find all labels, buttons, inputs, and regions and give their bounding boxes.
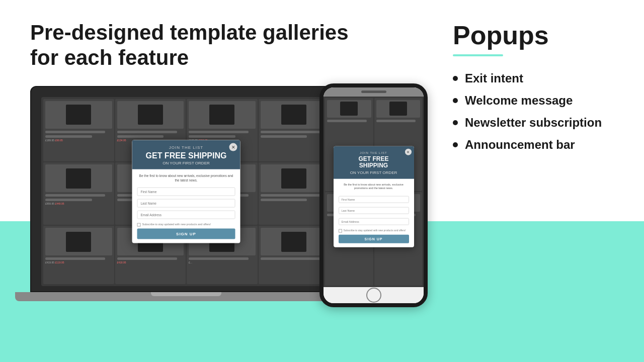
email-input[interactable] — [137, 210, 235, 219]
product-item — [259, 162, 330, 225]
laptop-screen-inner: £189.95 £99.95 £134.95 — [41, 97, 331, 286]
laptop-mockup: £189.95 £99.95 £134.95 — [30, 86, 342, 307]
phone-home-button[interactable] — [366, 288, 381, 303]
right-section: Popups Exit intent Welcome message Newsl… — [438, 0, 644, 362]
heading-underline — [453, 54, 503, 56]
left-section: Pre-designed template galleries for each… — [0, 0, 438, 362]
devices-container: £189.95 £99.95 £134.95 — [30, 86, 438, 307]
product-item: £419.95 £119.95 — [43, 226, 114, 284]
feature-label: Newsletter subscription — [465, 116, 602, 130]
signup-button[interactable]: SIGN UP — [339, 235, 409, 243]
phone-screen: ✕ JOIN THE LIST GET FREE SHIPPING ON YOU… — [324, 97, 424, 287]
bullet-icon — [453, 76, 458, 81]
product-image — [209, 105, 234, 125]
popup-join-text: JOIN THE LIST — [138, 145, 234, 149]
last-name-input[interactable] — [137, 199, 235, 207]
product-image — [389, 102, 407, 116]
popup-main-title: GET FREE SHIPPING — [138, 151, 234, 160]
feature-label: Exit intent — [465, 71, 523, 85]
bullet-icon — [453, 120, 458, 125]
product-item — [259, 226, 330, 284]
bullet-icon — [453, 142, 458, 147]
popup-sub-title: ON YOUR FIRST ORDER — [138, 161, 234, 165]
phone-bottom-bar — [324, 287, 424, 303]
checkbox-label: Subscribe to stay updated with new produ… — [142, 222, 211, 225]
subscribe-checkbox[interactable] — [137, 223, 141, 226]
product-item — [259, 99, 330, 161]
checkbox-label: Subscribe to stay updated with new produ… — [344, 229, 406, 232]
close-icon[interactable]: ✕ — [229, 143, 237, 151]
close-icon[interactable]: ✕ — [405, 149, 412, 155]
popup-main-title2: SHIPPING — [340, 162, 408, 169]
product-image — [66, 232, 91, 252]
email-input[interactable] — [339, 218, 409, 225]
last-name-input[interactable] — [339, 207, 409, 214]
phone-popup-header: ✕ JOIN THE LIST GET FREE SHIPPING ON YOU… — [334, 146, 414, 178]
popup-body: Be the first to know about new arrivals,… — [132, 169, 240, 243]
product-item: £189.95 £99.95 — [43, 99, 114, 161]
product-image — [281, 105, 306, 125]
feature-item-newsletter: Newsletter subscription — [453, 116, 624, 130]
popups-heading: Popups — [453, 20, 624, 50]
feature-label: Welcome message — [465, 94, 573, 108]
popup-description: Be the first to know about new arrivals,… — [137, 173, 235, 183]
phone-top-bar — [324, 87, 424, 97]
feature-item-announcement: Announcement bar — [453, 138, 624, 152]
product-image — [340, 102, 358, 116]
features-list: Exit intent Welcome message Newsletter s… — [453, 71, 624, 152]
popup-description: Be the first to know about new arrivals,… — [339, 183, 409, 190]
checkbox-row: Subscribe to stay updated with new produ… — [339, 229, 409, 233]
popup-sub-title: ON YOUR FIRST ORDER — [340, 170, 408, 174]
product-item: £859.95 £449.95 — [43, 162, 114, 225]
product-image — [138, 105, 163, 125]
signup-button[interactable]: SIGN UP — [137, 228, 235, 239]
phone-popup-body: Be the first to know about new arrivals,… — [334, 178, 414, 247]
laptop-screen-outer: £189.95 £99.95 £134.95 — [30, 86, 342, 292]
popup-join-text: JOIN THE LIST — [340, 151, 408, 154]
product-image — [281, 232, 306, 252]
first-name-input[interactable] — [339, 196, 409, 203]
feature-item-welcome: Welcome message — [453, 94, 624, 108]
feature-label: Announcement bar — [465, 138, 575, 152]
phone-speaker — [361, 90, 386, 93]
content-wrapper: Pre-designed template galleries for each… — [0, 0, 644, 362]
bullet-icon — [453, 98, 458, 103]
checkbox-row: Subscribe to stay updated with new produ… — [137, 222, 235, 226]
product-image — [66, 105, 91, 125]
main-title: Pre-designed template galleries for each… — [30, 20, 438, 71]
product-image — [281, 168, 306, 189]
feature-item-exit-intent: Exit intent — [453, 71, 624, 85]
product-image — [66, 168, 91, 189]
laptop-base — [15, 292, 357, 301]
popup-header: ✕ JOIN THE LIST GET FREE SHIPPING ON YOU… — [132, 140, 240, 169]
phone-popup: ✕ JOIN THE LIST GET FREE SHIPPING ON YOU… — [334, 146, 414, 247]
subscribe-checkbox[interactable] — [339, 229, 342, 233]
laptop-popup: ✕ JOIN THE LIST GET FREE SHIPPING ON YOU… — [132, 140, 240, 243]
first-name-input[interactable] — [137, 187, 235, 196]
phone-mockup: ✕ JOIN THE LIST GET FREE SHIPPING ON YOU… — [319, 83, 428, 307]
